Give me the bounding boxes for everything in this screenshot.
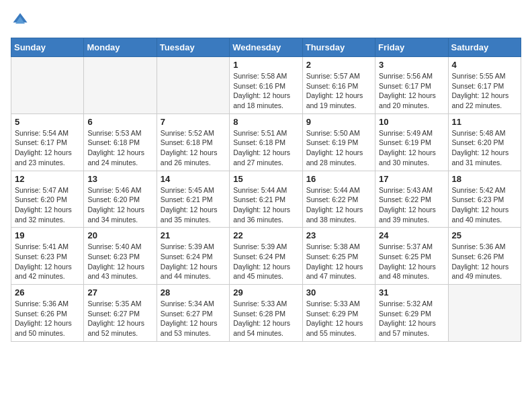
day-info: Sunrise: 5:34 AM Sunset: 6:27 PM Dayligh…: [161, 299, 226, 338]
calendar-cell: 12Sunrise: 5:47 AM Sunset: 6:20 PM Dayli…: [11, 171, 84, 228]
calendar-cell: 15Sunrise: 5:44 AM Sunset: 6:21 PM Dayli…: [230, 171, 302, 228]
day-number: 24: [379, 230, 444, 240]
calendar-cell: 5Sunrise: 5:54 AM Sunset: 6:17 PM Daylig…: [11, 113, 84, 171]
calendar-table: SundayMondayTuesdayWednesdayThursdayFrid…: [11, 38, 521, 342]
calendar-cell: 4Sunrise: 5:55 AM Sunset: 6:17 PM Daylig…: [448, 57, 521, 114]
day-info: Sunrise: 5:39 AM Sunset: 6:24 PM Dayligh…: [233, 242, 298, 281]
calendar-week-row: 12Sunrise: 5:47 AM Sunset: 6:20 PM Dayli…: [11, 171, 521, 228]
calendar-cell: 17Sunrise: 5:43 AM Sunset: 6:22 PM Dayli…: [375, 171, 448, 228]
calendar-cell: 26Sunrise: 5:36 AM Sunset: 6:26 PM Dayli…: [11, 285, 84, 342]
day-number: 3: [379, 60, 444, 70]
calendar-header-sunday: Sunday: [11, 38, 84, 57]
day-number: 17: [379, 174, 444, 184]
calendar-cell: 23Sunrise: 5:38 AM Sunset: 6:25 PM Dayli…: [302, 228, 375, 285]
calendar-cell: 22Sunrise: 5:39 AM Sunset: 6:24 PM Dayli…: [230, 228, 302, 285]
day-number: 11: [452, 117, 517, 127]
day-number: 4: [452, 60, 517, 70]
calendar-header-thursday: Thursday: [302, 38, 375, 57]
day-number: 1: [233, 60, 298, 70]
day-info: Sunrise: 5:44 AM Sunset: 6:22 PM Dayligh…: [306, 185, 371, 225]
calendar-cell: 29Sunrise: 5:33 AM Sunset: 6:28 PM Dayli…: [230, 285, 302, 342]
day-number: 23: [306, 230, 371, 240]
calendar-cell: 6Sunrise: 5:53 AM Sunset: 6:18 PM Daylig…: [84, 113, 157, 171]
calendar-cell: 10Sunrise: 5:49 AM Sunset: 6:19 PM Dayli…: [375, 113, 448, 171]
day-number: 18: [452, 174, 517, 184]
calendar-cell: 21Sunrise: 5:39 AM Sunset: 6:24 PM Dayli…: [157, 228, 229, 285]
calendar-cell: [157, 57, 229, 114]
calendar-header-wednesday: Wednesday: [230, 38, 302, 57]
day-info: Sunrise: 5:49 AM Sunset: 6:19 PM Dayligh…: [379, 128, 444, 168]
day-number: 16: [306, 174, 371, 184]
calendar-week-row: 1Sunrise: 5:58 AM Sunset: 6:16 PM Daylig…: [11, 57, 521, 114]
day-number: 22: [233, 230, 298, 240]
day-number: 31: [379, 287, 444, 298]
day-info: Sunrise: 5:47 AM Sunset: 6:20 PM Dayligh…: [15, 185, 80, 225]
calendar-cell: [11, 57, 84, 114]
day-info: Sunrise: 5:56 AM Sunset: 6:17 PM Dayligh…: [379, 71, 444, 111]
day-info: Sunrise: 5:53 AM Sunset: 6:18 PM Dayligh…: [87, 128, 152, 168]
calendar-header-tuesday: Tuesday: [157, 38, 229, 57]
calendar-cell: 13Sunrise: 5:46 AM Sunset: 6:20 PM Dayli…: [84, 171, 157, 228]
calendar-header-friday: Friday: [375, 38, 448, 57]
day-info: Sunrise: 5:39 AM Sunset: 6:24 PM Dayligh…: [161, 242, 226, 281]
calendar-cell: 31Sunrise: 5:32 AM Sunset: 6:29 PM Dayli…: [375, 285, 448, 342]
calendar-cell: 14Sunrise: 5:45 AM Sunset: 6:21 PM Dayli…: [157, 171, 229, 228]
day-number: 12: [15, 174, 80, 184]
calendar-cell: 18Sunrise: 5:42 AM Sunset: 6:23 PM Dayli…: [448, 171, 521, 228]
day-number: 29: [233, 287, 298, 298]
calendar-header-saturday: Saturday: [448, 38, 521, 57]
calendar-header-row: SundayMondayTuesdayWednesdayThursdayFrid…: [11, 38, 521, 57]
calendar-week-row: 26Sunrise: 5:36 AM Sunset: 6:26 PM Dayli…: [11, 285, 521, 342]
day-number: 28: [161, 287, 226, 298]
day-info: Sunrise: 5:42 AM Sunset: 6:23 PM Dayligh…: [452, 185, 517, 225]
day-number: 14: [161, 174, 226, 184]
day-number: 7: [161, 117, 226, 127]
day-number: 8: [233, 117, 298, 127]
calendar-cell: 8Sunrise: 5:51 AM Sunset: 6:18 PM Daylig…: [230, 113, 302, 171]
calendar-cell: [448, 285, 521, 342]
calendar-cell: 16Sunrise: 5:44 AM Sunset: 6:22 PM Dayli…: [302, 171, 375, 228]
calendar-cell: 20Sunrise: 5:40 AM Sunset: 6:23 PM Dayli…: [84, 228, 157, 285]
day-info: Sunrise: 5:40 AM Sunset: 6:23 PM Dayligh…: [87, 242, 152, 281]
day-info: Sunrise: 5:55 AM Sunset: 6:17 PM Dayligh…: [452, 71, 517, 111]
day-number: 6: [87, 117, 152, 127]
calendar-cell: 2Sunrise: 5:57 AM Sunset: 6:16 PM Daylig…: [302, 57, 375, 114]
logo-icon: [11, 11, 30, 30]
day-info: Sunrise: 5:37 AM Sunset: 6:25 PM Dayligh…: [379, 242, 444, 281]
calendar-cell: 27Sunrise: 5:35 AM Sunset: 6:27 PM Dayli…: [84, 285, 157, 342]
day-info: Sunrise: 5:41 AM Sunset: 6:23 PM Dayligh…: [15, 242, 80, 281]
day-number: 5: [15, 117, 80, 127]
day-info: Sunrise: 5:57 AM Sunset: 6:16 PM Dayligh…: [306, 71, 371, 111]
day-number: 13: [87, 174, 152, 184]
day-info: Sunrise: 5:35 AM Sunset: 6:27 PM Dayligh…: [87, 299, 152, 338]
day-info: Sunrise: 5:32 AM Sunset: 6:29 PM Dayligh…: [379, 299, 444, 338]
day-info: Sunrise: 5:45 AM Sunset: 6:21 PM Dayligh…: [161, 185, 226, 225]
day-number: 26: [15, 287, 80, 298]
calendar-week-row: 5Sunrise: 5:54 AM Sunset: 6:17 PM Daylig…: [11, 113, 521, 171]
day-number: 9: [306, 117, 371, 127]
calendar-cell: 9Sunrise: 5:50 AM Sunset: 6:19 PM Daylig…: [302, 113, 375, 171]
day-info: Sunrise: 5:58 AM Sunset: 6:16 PM Dayligh…: [233, 71, 298, 111]
day-info: Sunrise: 5:48 AM Sunset: 6:20 PM Dayligh…: [452, 128, 517, 168]
calendar-cell: 1Sunrise: 5:58 AM Sunset: 6:16 PM Daylig…: [230, 57, 302, 114]
day-info: Sunrise: 5:50 AM Sunset: 6:19 PM Dayligh…: [306, 128, 371, 168]
day-number: 15: [233, 174, 298, 184]
calendar-cell: 25Sunrise: 5:36 AM Sunset: 6:26 PM Dayli…: [448, 228, 521, 285]
calendar-cell: 7Sunrise: 5:52 AM Sunset: 6:18 PM Daylig…: [157, 113, 229, 171]
day-info: Sunrise: 5:36 AM Sunset: 6:26 PM Dayligh…: [15, 299, 80, 338]
day-info: Sunrise: 5:46 AM Sunset: 6:20 PM Dayligh…: [87, 185, 152, 225]
calendar-cell: 3Sunrise: 5:56 AM Sunset: 6:17 PM Daylig…: [375, 57, 448, 114]
day-info: Sunrise: 5:44 AM Sunset: 6:21 PM Dayligh…: [233, 185, 298, 225]
calendar-cell: 11Sunrise: 5:48 AM Sunset: 6:20 PM Dayli…: [448, 113, 521, 171]
day-number: 21: [161, 230, 226, 240]
day-number: 27: [87, 287, 152, 298]
day-info: Sunrise: 5:36 AM Sunset: 6:26 PM Dayligh…: [452, 242, 517, 281]
logo: [11, 11, 32, 30]
day-info: Sunrise: 5:38 AM Sunset: 6:25 PM Dayligh…: [306, 242, 371, 281]
day-number: 2: [306, 60, 371, 70]
day-info: Sunrise: 5:43 AM Sunset: 6:22 PM Dayligh…: [379, 185, 444, 225]
day-number: 25: [452, 230, 517, 240]
day-number: 19: [15, 230, 80, 240]
calendar-cell: 24Sunrise: 5:37 AM Sunset: 6:25 PM Dayli…: [375, 228, 448, 285]
day-info: Sunrise: 5:33 AM Sunset: 6:28 PM Dayligh…: [233, 299, 298, 338]
